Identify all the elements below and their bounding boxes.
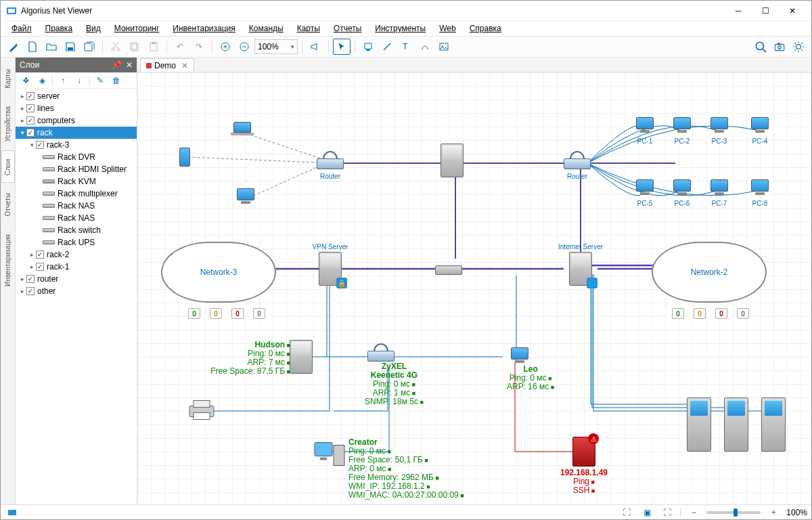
image-icon[interactable] [435, 39, 453, 55]
sb-full-icon[interactable]: ⛶ [660, 506, 675, 519]
minimize-button[interactable]: ─ [725, 1, 752, 20]
shape-icon[interactable] [416, 39, 434, 55]
menu-maps[interactable]: Карты [292, 22, 325, 35]
pc-3[interactable] [708, 117, 730, 136]
maximize-button[interactable]: ☐ [752, 1, 779, 20]
network3-cloud[interactable]: Network-3 [161, 242, 276, 303]
undo-icon[interactable]: ↶ [171, 39, 189, 55]
left-tab-devices[interactable]: Устройства [1, 98, 15, 149]
tree-node-rack[interactable]: ▾✓rack [16, 127, 137, 139]
move-down-icon[interactable]: ↓ [73, 74, 85, 87]
menu-tools[interactable]: Инструменты [369, 22, 431, 35]
menu-view[interactable]: Вид [81, 22, 106, 35]
router1[interactable] [317, 158, 344, 169]
center-switch[interactable] [435, 265, 462, 275]
menu-web[interactable]: Web [434, 22, 461, 35]
internet-server[interactable]: 🌐 [569, 252, 592, 286]
redo-icon[interactable]: ↷ [190, 39, 208, 55]
menu-help[interactable]: Справка [464, 22, 507, 35]
tree-item[interactable]: Rack NAS [16, 200, 137, 212]
menu-monitoring[interactable]: Мониторинг [109, 22, 165, 35]
map-tab-demo[interactable]: Demo ✕ [140, 58, 194, 72]
zoomin-icon[interactable] [217, 39, 234, 55]
save-icon[interactable] [62, 39, 79, 55]
new-icon[interactable] [24, 39, 41, 55]
menu-inventory[interactable]: Инвентаризация [167, 22, 240, 35]
zoomout-icon[interactable] [235, 39, 253, 55]
sb-app-icon[interactable] [5, 506, 20, 519]
menu-edit[interactable]: Правка [40, 22, 78, 35]
zyxel-router[interactable] [367, 351, 394, 362]
tree-node-server[interactable]: ▸✓server [16, 90, 137, 102]
zoom-slider[interactable] [706, 511, 761, 514]
tree-item[interactable]: Rack HDMI Splitter [16, 163, 137, 175]
sb-zoom-out-icon[interactable]: − [686, 506, 701, 519]
router2[interactable] [564, 158, 591, 169]
network2-cloud[interactable]: Network-2 [652, 242, 767, 303]
failed-server[interactable] [572, 437, 595, 467]
server-top-1[interactable] [441, 144, 464, 177]
sb-zoom-in-icon[interactable]: + [766, 506, 781, 519]
open-icon[interactable] [43, 39, 60, 55]
tree-node-computers[interactable]: ▸✓computers [16, 114, 137, 127]
phone-device[interactable] [179, 148, 190, 167]
snapshot-icon[interactable] [771, 39, 788, 55]
layers-stack-icon[interactable]: ❖ [20, 74, 32, 87]
layer-tree[interactable]: ▸✓server ▸✓lines ▸✓computers ▾✓rack ▾✓ra… [16, 89, 137, 504]
vpn-server[interactable]: 🔒 [319, 252, 342, 286]
pc-5[interactable] [634, 179, 656, 198]
creator-pc[interactable] [313, 441, 347, 471]
text-icon[interactable]: T [397, 39, 415, 55]
sb-select-icon[interactable]: ⛶ [619, 506, 634, 519]
delete-icon[interactable]: 🗑 [110, 74, 122, 87]
menu-commands[interactable]: Команды [244, 22, 289, 35]
paste-icon[interactable] [145, 39, 162, 55]
pc-6[interactable] [671, 179, 693, 198]
move-up-icon[interactable]: ↑ [57, 74, 69, 87]
tree-node-other[interactable]: ▸✓other [16, 285, 137, 297]
rack-tower-2[interactable] [724, 397, 748, 452]
cut-icon[interactable] [107, 39, 125, 55]
tree-node-rack2[interactable]: ▸✓rack-2 [16, 248, 137, 261]
line-icon[interactable] [378, 39, 396, 55]
tree-node-rack3[interactable]: ▾✓rack-3 [16, 139, 137, 151]
copy-icon[interactable] [126, 39, 143, 55]
tree-node-rack1[interactable]: ▸✓rack-1 [16, 261, 137, 273]
map-canvas[interactable]: Router Router PC-1 PC-2 PC-3 PC-4 PC-5 P… [137, 72, 811, 504]
rack-tower-3[interactable] [761, 397, 786, 452]
close-button[interactable]: ✕ [779, 1, 806, 20]
hudson-server[interactable] [290, 340, 313, 374]
laptop-device[interactable] [230, 122, 254, 138]
tree-item[interactable]: Rack DVR [16, 151, 137, 163]
tree-item[interactable]: Rack NAS [16, 212, 137, 224]
tree-item[interactable]: Rack multiplexer [16, 188, 137, 200]
menu-file[interactable]: Файл [6, 22, 37, 35]
left-tab-reports[interactable]: Отчеты [1, 184, 15, 224]
monitor-device[interactable] [235, 188, 256, 207]
leo-pc[interactable] [509, 347, 531, 366]
pc-8[interactable] [749, 179, 771, 198]
layers-visible-icon[interactable]: ◈ [36, 74, 48, 87]
tree-node-lines[interactable]: ▸✓lines [16, 102, 137, 114]
left-tab-maps[interactable]: Карты [1, 60, 15, 96]
pc-7[interactable] [708, 179, 730, 198]
tree-item[interactable]: Rack KVM [16, 175, 137, 188]
left-tab-inventory[interactable]: Инвентаризация [1, 225, 15, 294]
rack-tower-1[interactable] [687, 397, 711, 452]
pin-icon[interactable]: 📌 [112, 60, 122, 70]
settings-icon[interactable] [790, 39, 807, 55]
search-icon[interactable] [752, 39, 769, 55]
pc-2[interactable] [671, 117, 693, 136]
printer-device[interactable] [187, 398, 217, 425]
left-tab-layers[interactable]: Слои [1, 150, 15, 183]
saveall-icon[interactable] [81, 39, 98, 55]
tab-close-icon[interactable]: ✕ [181, 61, 188, 70]
panel-close-icon[interactable]: ✕ [126, 60, 133, 70]
wizard-icon[interactable] [5, 39, 22, 55]
device-icon[interactable] [359, 39, 377, 55]
pc-4[interactable] [749, 117, 771, 136]
announce-icon[interactable] [307, 39, 324, 55]
tree-item[interactable]: Rack switch [16, 224, 137, 236]
pc-1[interactable] [634, 117, 656, 136]
tree-node-router[interactable]: ▸✓router [16, 273, 137, 285]
